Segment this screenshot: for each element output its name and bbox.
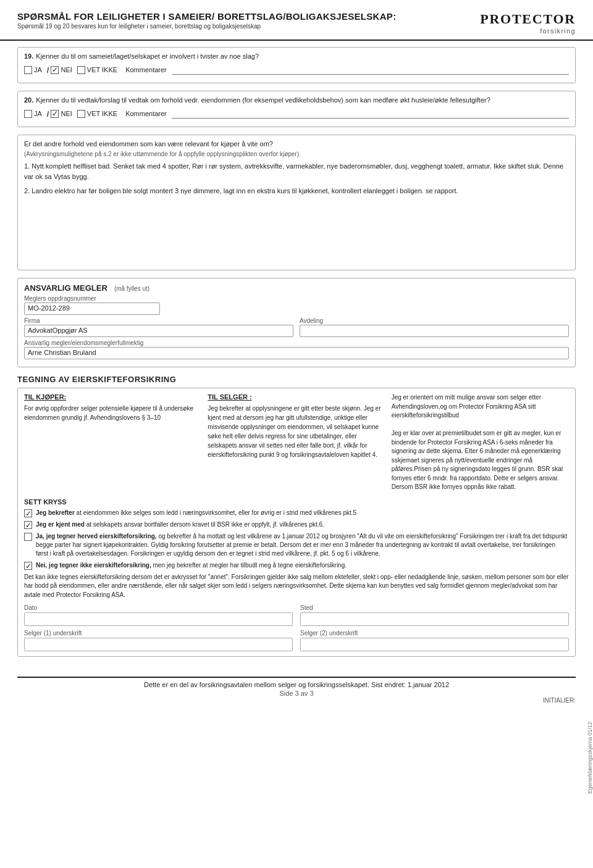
tegning-col-selger: TIL SELGER : Jeg bekrefter at opplysning… bbox=[208, 393, 385, 492]
tegning-selger-text: Jeg bekrefter at opplysningene er gitt e… bbox=[208, 404, 385, 459]
q20-answer-row: JA / NEI VET IKKE Kommentarer bbox=[24, 109, 569, 119]
kryss-text-0: Jeg bekrefter at eiendommen ikke selges … bbox=[36, 509, 356, 517]
page-header: SPØRSMÅL FOR LEILIGHETER I SAMEIER/ BORE… bbox=[0, 0, 593, 41]
sted-group: Sted bbox=[300, 604, 569, 626]
kryss-item-3: Nei, jeg tegner ikke eierskifteforsikrin… bbox=[24, 561, 569, 570]
sett-kryss-section: SETT KRYSS Jeg bekrefter at eiendommen i… bbox=[24, 498, 569, 600]
q20-number: 20. bbox=[24, 96, 33, 104]
header-subtitle: Spørsmål 19 og 20 besvares kun for leili… bbox=[17, 23, 396, 30]
megler-avdeling-value bbox=[300, 325, 569, 337]
page-footer: Dette er en del av forsikringsavtalen me… bbox=[17, 677, 576, 707]
kryss-item-1: Jeg er kjent med at selskapets ansvar bo… bbox=[24, 520, 569, 529]
q20-vetikke-checkbox[interactable] bbox=[77, 110, 85, 118]
selger1-box bbox=[24, 638, 293, 651]
selger1-label: Selger (1) underskrift bbox=[24, 630, 293, 636]
kryss-checkbox-1[interactable] bbox=[24, 521, 32, 529]
megler-ansvarlig-value: Arne Christian Bruland bbox=[24, 347, 569, 359]
dato-label: Dato bbox=[24, 604, 293, 611]
megler-title-row: ANSVARLIG MEGLER (må fylles ut) bbox=[24, 283, 569, 293]
q19-answer-row: JA / NEI VET IKKE Kommentarer bbox=[24, 65, 569, 75]
tegning-box: TIL KJØPER: For øvrig oppfordrer selger … bbox=[17, 388, 576, 657]
footer-page: Side 3 av 3 bbox=[17, 690, 576, 697]
tegning-kjoper-text: For øvrig oppfordrer selger potensielle … bbox=[24, 404, 201, 422]
question-20-box: 20. Kjenner du til vedtak/forslag til ve… bbox=[17, 91, 576, 127]
q19-number: 19. bbox=[24, 52, 33, 60]
megler-ansvarlig-row: Ansvarlig megler/eiendomsmeglerfullmekti… bbox=[24, 340, 569, 359]
selger2-group: Selger (2) underskrift bbox=[300, 630, 569, 651]
tegning-section: TEGNING AV EIERSKIFTEFORSIKRING TIL KJØP… bbox=[17, 375, 576, 657]
megler-avdeling-label: Avdeling bbox=[300, 317, 569, 324]
q19-text: Kjenner du til om sameiet/laget/selskape… bbox=[36, 52, 259, 60]
sted-box bbox=[300, 612, 569, 626]
sted-label: Sted bbox=[300, 604, 569, 611]
tegning-col-info: Jeg er orientert om mitt mulige ansvar s… bbox=[392, 393, 569, 492]
sett-kryss-title: SETT KRYSS bbox=[24, 498, 569, 506]
q19-nei-slash: / bbox=[47, 65, 49, 75]
q20-nei-slash: / bbox=[47, 109, 49, 119]
q20-kommentar-input[interactable] bbox=[172, 109, 569, 119]
selger1-group: Selger (1) underskrift bbox=[24, 630, 293, 651]
tegning-info-text: Jeg er orientert om mitt mulige ansvar s… bbox=[392, 393, 569, 492]
q20-kommentar-label: Kommentarer bbox=[125, 110, 167, 117]
selger2-box bbox=[300, 638, 569, 651]
kryss-checkbox-0[interactable] bbox=[24, 509, 32, 517]
kryss-checkbox-3[interactable] bbox=[24, 562, 32, 570]
q20-nei-label[interactable]: / NEI bbox=[47, 109, 72, 119]
q19-vetikke-label[interactable]: VET IKKE bbox=[77, 66, 117, 74]
megler-ansvarlig-label: Ansvarlig megler/eiendomsmeglerfullmekti… bbox=[24, 340, 569, 346]
q20-row: 20. Kjenner du til vedtak/forslag til ve… bbox=[24, 96, 569, 107]
selger-fields: Selger (1) underskrift Selger (2) unders… bbox=[24, 630, 569, 651]
megler-oppdrag-group: MO-2012-289 bbox=[24, 303, 160, 315]
q19-nei-label[interactable]: / NEI bbox=[47, 65, 72, 75]
megler-firma-group: Firma AdvokatOppgjør AS bbox=[24, 317, 293, 337]
tegning-columns: TIL KJØPER: For øvrig oppfordrer selger … bbox=[24, 393, 569, 492]
megler-subtitle: (må fylles ut) bbox=[114, 285, 149, 292]
kryss-item-2: Ja, jeg tegner herved eierskifteforsikri… bbox=[24, 532, 569, 558]
tegning-col-kjoper: TIL KJØPER: For øvrig oppfordrer selger … bbox=[24, 393, 201, 492]
q19-nei-checkbox[interactable] bbox=[51, 66, 59, 74]
main-content: 19. Kjenner du til om sameiet/laget/sels… bbox=[0, 47, 593, 670]
header-main-title: SPØRSMÅL FOR LEILIGHETER I SAMEIER/ BORE… bbox=[17, 11, 396, 22]
bottom-fields: Dato Sted bbox=[24, 604, 569, 626]
q20-ja-label[interactable]: JA bbox=[24, 110, 42, 118]
kryss-text-1: Jeg er kjent med at selskapets ansvar bo… bbox=[36, 520, 324, 529]
logo-block: PROTECTOR forsikring bbox=[480, 11, 576, 35]
free-text-line-2: 2. Landro elektro har før boligen ble so… bbox=[24, 186, 569, 196]
selger2-label: Selger (2) underskrift bbox=[300, 630, 569, 636]
megler-firma-label: Firma bbox=[24, 317, 293, 324]
q20-ja-checkbox[interactable] bbox=[24, 110, 32, 118]
q19-row: 19. Kjenner du til om sameiet/laget/sels… bbox=[24, 52, 569, 63]
tegning-kjoper-title: TIL KJØPER: bbox=[24, 393, 201, 401]
megler-oppdrag-row: MO-2012-289 bbox=[24, 303, 569, 315]
megler-title: ANSVARLIG MEGLER bbox=[24, 283, 107, 293]
q20-vetikke-label[interactable]: VET IKKE bbox=[77, 110, 117, 118]
question-19-box: 19. Kjenner du til om sameiet/laget/sels… bbox=[17, 47, 576, 83]
q19-vetikke-checkbox[interactable] bbox=[77, 66, 85, 74]
free-text-box: Er det andre forhold ved eiendommen som … bbox=[17, 135, 576, 270]
side-label: Egenerklæringsskjema 01/12 bbox=[584, 722, 593, 794]
free-text-sub: (Avkrysningsmulighetene på s.2 er ikke u… bbox=[24, 151, 569, 157]
kryss-checkbox-2[interactable] bbox=[24, 533, 32, 541]
footer-main: Dette er en del av forsikringsavtalen me… bbox=[17, 681, 576, 688]
logo-protector: PROTECTOR bbox=[480, 11, 576, 27]
kryss-text-2: Ja, jeg tegner herved eierskifteforsikri… bbox=[36, 532, 569, 558]
q20-text: Kjenner du til vedtak/forslag til vedtak… bbox=[36, 96, 490, 104]
sett-kryss-notice: Det kan ikke tegnes eierskifteforsikring… bbox=[24, 573, 569, 600]
q19-kommentar-input[interactable] bbox=[172, 65, 569, 75]
megler-oppdrag-label: Meglers oppdragsnummer bbox=[24, 295, 569, 302]
dato-box bbox=[24, 612, 293, 626]
megler-section: ANSVARLIG MEGLER (må fylles ut) Meglers … bbox=[17, 278, 576, 367]
q19-ja-label[interactable]: JA bbox=[24, 66, 42, 74]
tegning-title: TEGNING AV EIERSKIFTEFORSIKRING bbox=[17, 375, 576, 384]
header-title-block: SPØRSMÅL FOR LEILIGHETER I SAMEIER/ BORE… bbox=[17, 11, 396, 30]
megler-firma-row: Firma AdvokatOppgjør AS Avdeling bbox=[24, 317, 569, 337]
q19-ja-checkbox[interactable] bbox=[24, 66, 32, 74]
free-text-content: 1. Nytt komplett helfliset bad. Senket t… bbox=[24, 161, 569, 196]
megler-avdeling-group: Avdeling bbox=[300, 317, 569, 337]
q20-nei-checkbox[interactable] bbox=[51, 110, 59, 118]
logo-forsikring: forsikring bbox=[480, 27, 576, 35]
free-text-header: Er det andre forhold ved eiendommen som … bbox=[24, 140, 569, 148]
free-text-line-1: 1. Nytt komplett helfliset bad. Senket t… bbox=[24, 161, 569, 182]
tegning-selger-title: TIL SELGER : bbox=[208, 393, 385, 401]
megler-ansvarlig-group: Ansvarlig megler/eiendomsmeglerfullmekti… bbox=[24, 340, 569, 359]
